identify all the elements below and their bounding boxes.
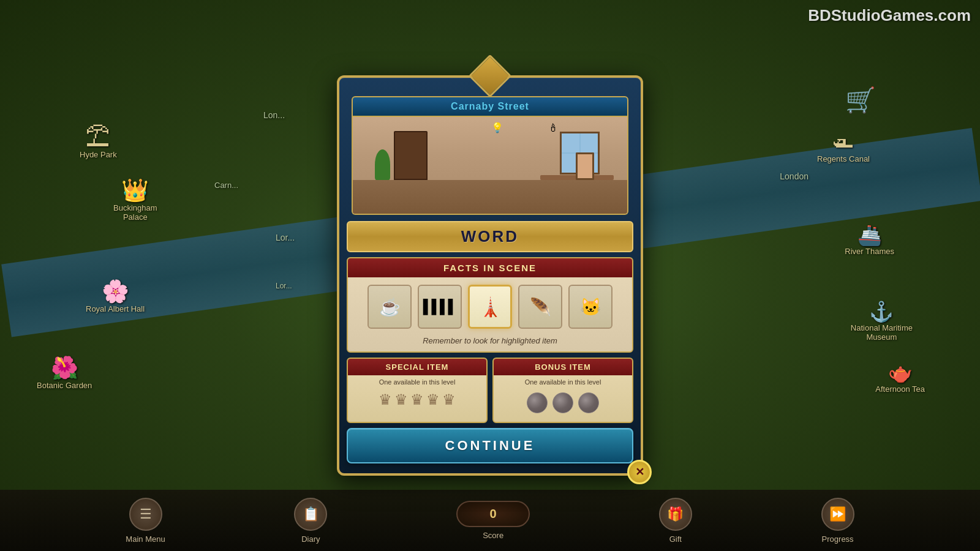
scene-plant xyxy=(375,149,390,180)
dialog-overlay: Carnaby Street 🕯 💡 xyxy=(0,0,980,551)
scene-container: Carnaby Street 🕯 💡 xyxy=(339,78,641,221)
fact-item-barcode[interactable]: ▌▌▌▌ xyxy=(418,285,462,329)
mode-banner: WORD xyxy=(347,221,633,252)
crown-2: ♛ xyxy=(394,391,408,408)
bonus-item-box: BONUS ITEM One available in this level xyxy=(492,358,633,423)
bonus-item-circles xyxy=(494,388,632,422)
scene-image: 🕯 💡 xyxy=(352,117,628,215)
main-dialog: Carnaby Street 🕯 💡 xyxy=(337,75,643,476)
bonus-circle-3 xyxy=(578,392,599,413)
scene-window-pane-2 xyxy=(581,133,598,152)
items-row: SPECIAL ITEM One available in this level… xyxy=(347,358,633,423)
facts-header: FACTS IN SCENE xyxy=(348,258,632,277)
bonus-item-header: BONUS ITEM xyxy=(494,359,632,375)
scene-lamp: 🕯 xyxy=(548,122,559,135)
scene-chair-2 xyxy=(576,152,594,180)
fact-item-eiffel-tower[interactable]: 🗼 xyxy=(468,285,512,329)
fact-item-cat[interactable]: 🐱 xyxy=(568,285,612,329)
crown-1: ♛ xyxy=(379,391,392,408)
crown-5: ♛ xyxy=(442,391,456,408)
scene-door xyxy=(394,131,428,180)
scene-window-pane-1 xyxy=(562,133,579,152)
scene-floor xyxy=(353,180,627,214)
facts-items: ☕ ▌▌▌▌ 🗼 🪶 🐱 xyxy=(348,277,632,336)
close-button[interactable]: ✕ xyxy=(627,460,652,484)
crown-3: ♛ xyxy=(410,391,424,408)
crown-4: ♛ xyxy=(426,391,440,408)
special-item-subtitle: One available in this level xyxy=(348,375,486,388)
fact-item-feather[interactable]: 🪶 xyxy=(518,285,562,329)
scene-lamp2: 💡 xyxy=(491,122,503,133)
facts-hint: Remember to look for highlighted item xyxy=(348,336,632,351)
continue-button[interactable]: CONTINUE xyxy=(347,428,633,463)
bonus-circle-1 xyxy=(527,392,548,413)
special-item-crowns: ♛ ♛ ♛ ♛ ♛ xyxy=(348,388,486,416)
facts-section: FACTS IN SCENE ☕ ▌▌▌▌ 🗼 🪶 xyxy=(347,257,633,353)
fact-item-coffee-pot[interactable]: ☕ xyxy=(368,285,412,329)
bonus-circle-2 xyxy=(552,392,573,413)
watermark: BDStudioGames.com xyxy=(808,6,971,25)
bonus-item-subtitle: One available in this level xyxy=(494,375,632,388)
special-item-header: SPECIAL ITEM xyxy=(348,359,486,375)
special-item-box: SPECIAL ITEM One available in this level… xyxy=(347,358,488,423)
scene-label: Carnaby Street xyxy=(352,96,628,117)
